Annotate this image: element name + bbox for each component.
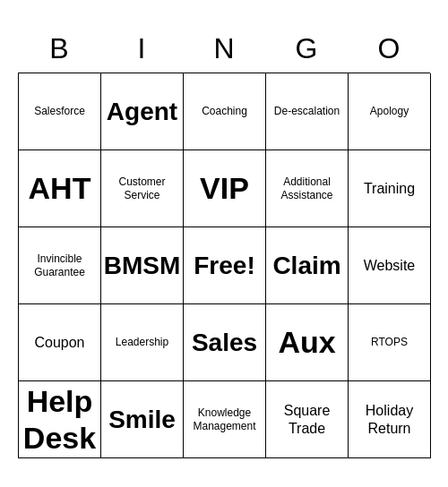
bingo-cell: Website	[349, 227, 431, 304]
cell-text: Free!	[194, 251, 254, 281]
cell-text: Holiday Return	[352, 402, 426, 436]
cell-text: BMSM	[104, 251, 181, 281]
cell-text: VIP	[200, 170, 249, 207]
cell-text: Sales	[192, 328, 257, 358]
header-letter: N	[186, 32, 262, 65]
bingo-cell: Help Desk	[19, 381, 101, 458]
bingo-cell: Salesforce	[19, 73, 101, 150]
cell-text: Apology	[370, 105, 409, 117]
bingo-cell: Smile	[101, 381, 184, 458]
cell-text: AHT	[29, 170, 91, 207]
cell-text: RTOPS	[371, 336, 408, 348]
bingo-cell: Coupon	[19, 304, 101, 381]
bingo-cell: Training	[349, 150, 431, 227]
bingo-cell: VIP	[184, 150, 266, 227]
bingo-cell: Knowledge Management	[184, 381, 266, 458]
bingo-cell: Square Trade	[266, 381, 349, 458]
cell-text: Coaching	[202, 105, 247, 117]
bingo-cell: Invincible Guarantee	[19, 227, 101, 304]
bingo-cell: Claim	[266, 227, 349, 304]
bingo-cell: Aux	[266, 304, 349, 381]
cell-text: Aux	[278, 324, 335, 361]
cell-text: Additional Assistance	[270, 175, 344, 201]
cell-text: Help Desk	[22, 383, 97, 457]
cell-text: Claim	[272, 251, 340, 281]
bingo-cell: Sales	[184, 304, 266, 381]
bingo-cell: Leadership	[101, 304, 184, 381]
cell-text: Salesforce	[34, 105, 85, 117]
cell-text: Coupon	[34, 334, 84, 351]
bingo-cell: AHT	[19, 150, 101, 227]
cell-text: Smile	[108, 405, 176, 435]
bingo-cell: Coaching	[184, 73, 266, 150]
cell-text: Website	[364, 257, 416, 274]
bingo-cell: RTOPS	[349, 304, 431, 381]
header-letter: O	[351, 32, 426, 65]
cell-text: Leadership	[116, 336, 168, 348]
bingo-cell: Holiday Return	[349, 381, 431, 458]
header-letter: I	[104, 32, 179, 65]
bingo-cell: Additional Assistance	[266, 150, 349, 227]
bingo-cell: Customer Service	[101, 150, 184, 227]
bingo-cell: Apology	[349, 73, 431, 150]
bingo-cell: BMSM	[101, 227, 184, 304]
bingo-grid: SalesforceAgentCoachingDe-escalationApol…	[18, 73, 430, 458]
bingo-card: BINGO SalesforceAgentCoachingDe-escalati…	[18, 29, 430, 458]
cell-text: Training	[364, 180, 415, 197]
cell-text: Knowledge Management	[187, 406, 262, 432]
cell-text: Square Trade	[270, 402, 344, 436]
bingo-cell: Agent	[101, 73, 184, 150]
bingo-header: BINGO	[18, 29, 430, 73]
cell-text: Invincible Guarantee	[22, 252, 97, 278]
cell-text: De-escalation	[274, 105, 340, 117]
header-letter: G	[269, 32, 344, 65]
cell-text: Customer Service	[105, 175, 179, 201]
cell-text: Agent	[107, 97, 177, 127]
bingo-cell: De-escalation	[266, 73, 349, 150]
bingo-cell: Free!	[184, 227, 266, 304]
header-letter: B	[22, 32, 97, 65]
